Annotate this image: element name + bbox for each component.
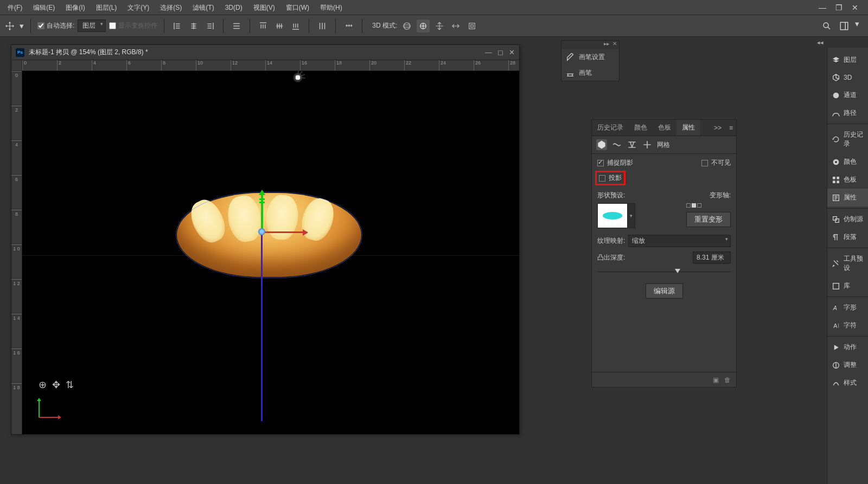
move-tool-icon[interactable] <box>3 20 16 33</box>
strip-character[interactable]: A字符 <box>827 317 868 334</box>
tab-swatches[interactable]: 色板 <box>653 120 676 135</box>
strip-3d[interactable]: 3D <box>827 69 868 86</box>
coordinates-icon[interactable] <box>642 139 653 150</box>
tab-history[interactable]: 历史记录 <box>592 120 629 135</box>
bread-3d-object[interactable] <box>177 193 361 277</box>
menu-help[interactable]: 帮助(H) <box>315 0 348 15</box>
capture-shadow-checkbox[interactable]: 捕捉阴影 <box>597 158 633 167</box>
ruler-vertical[interactable]: 0 2 4 6 8 1 0 1 2 1 4 1 6 1 8 <box>11 71 22 434</box>
strip-layers[interactable]: 图层 <box>827 51 868 69</box>
3d-rotate-icon[interactable] <box>417 20 430 33</box>
brush-item[interactable]: 画笔 <box>561 65 619 81</box>
auto-select-checkbox[interactable]: 自动选择: <box>37 21 74 30</box>
axis-toggle[interactable] <box>686 203 691 208</box>
axis-toggle[interactable] <box>697 203 701 208</box>
menu-edit[interactable]: 编辑(E) <box>28 0 60 15</box>
strip-glyphs[interactable]: A字形 <box>827 299 868 317</box>
cast-shadow-checkbox[interactable]: 投影 <box>599 173 622 183</box>
axis-toggle[interactable] <box>692 203 696 208</box>
more-align-icon[interactable]: ••• <box>342 20 355 33</box>
texture-mapping-select[interactable]: 缩放 <box>628 235 731 247</box>
menu-layer[interactable]: 图层(L) <box>91 0 123 15</box>
canvas[interactable]: ⊕ ✥ ⇅ <box>22 71 519 434</box>
align-top-icon[interactable] <box>257 20 270 33</box>
slider-thumb[interactable] <box>675 269 680 273</box>
distribute-icon[interactable] <box>230 20 243 33</box>
tab-properties[interactable]: 属性 <box>676 120 700 135</box>
menu-view[interactable]: 视图(V) <box>248 0 280 15</box>
trash-icon[interactable]: 🗑 <box>724 376 731 384</box>
menu-file[interactable]: 件(F) <box>2 0 28 15</box>
3d-orbit-icon[interactable] <box>400 20 413 33</box>
doc-minimize-button[interactable]: — <box>485 48 492 56</box>
deform-icon[interactable] <box>611 139 622 150</box>
minimize-button[interactable]: — <box>816 3 829 12</box>
strip-history[interactable]: 历史记录 <box>827 126 868 153</box>
zoom-icon[interactable]: ⇅ <box>66 379 74 391</box>
extrude-depth-slider[interactable] <box>597 268 731 276</box>
strip-tool-presets[interactable]: 工具预设 <box>827 250 868 277</box>
doc-maximize-button[interactable]: ◻ <box>497 48 503 56</box>
shape-preset-dropdown-icon[interactable]: ▾ <box>628 203 635 228</box>
strip-adjustments[interactable]: 调整 <box>827 356 868 374</box>
reset-deform-button[interactable]: 重置变形 <box>686 212 731 227</box>
extrude-depth-field[interactable]: 8.31 厘米 <box>693 251 731 264</box>
panel-menu-icon[interactable]: ≡ <box>726 124 736 132</box>
ruler-horizontal[interactable]: 0 2 4 6 8 10 12 14 16 18 20 22 24 26 28 <box>22 60 519 71</box>
panel-collapse-icon[interactable]: ◂◂ <box>817 39 824 46</box>
workspace-icon[interactable] <box>838 20 851 33</box>
menu-image[interactable]: 图像(I) <box>60 0 90 15</box>
strip-swatches[interactable]: 色板 <box>827 171 868 189</box>
auto-select-target-dropdown[interactable]: 图层 <box>78 20 106 32</box>
globe-icon[interactable]: ⊕ <box>39 379 47 391</box>
mesh-icon[interactable] <box>596 139 607 150</box>
strip-clone[interactable]: 仿制源 <box>827 210 868 228</box>
menu-filter[interactable]: 滤镜(T) <box>187 0 219 15</box>
gizmo-y-axis[interactable] <box>261 191 263 231</box>
gizmo-z-axis[interactable] <box>261 231 263 421</box>
distribute-v-icon[interactable] <box>316 20 329 33</box>
strip-properties[interactable]: 属性 <box>827 189 868 206</box>
gizmo-x-axis[interactable] <box>261 231 307 233</box>
svg-text:A: A <box>833 322 838 329</box>
workspace-dropdown-icon[interactable]: ▾ <box>855 20 859 33</box>
3d-slide-icon[interactable] <box>449 20 462 33</box>
strip-styles[interactable]: 样式 <box>827 374 868 392</box>
strip-paragraph[interactable]: 段落 <box>827 228 868 246</box>
search-icon[interactable] <box>820 20 833 33</box>
menu-type[interactable]: 文字(Y) <box>122 0 155 15</box>
invisible-checkbox[interactable]: 不可见 <box>701 158 731 167</box>
brush-settings-item[interactable]: 画笔设置 <box>561 49 619 65</box>
3d-scale-icon[interactable] <box>465 20 478 33</box>
doc-close-button[interactable]: ✕ <box>509 48 515 56</box>
pan-icon[interactable]: ✥ <box>52 379 60 391</box>
panel-close-icon[interactable]: ✕ <box>612 41 617 49</box>
tab-color[interactable]: 颜色 <box>629 120 653 135</box>
show-transform-checkbox[interactable]: 显示变换控件 <box>109 21 157 30</box>
strip-paths[interactable]: 路径 <box>827 104 868 122</box>
align-right-icon[interactable] <box>203 20 216 33</box>
app-close-button[interactable]: ✕ <box>848 3 861 12</box>
shape-preset-picker[interactable]: ▾ <box>597 203 635 228</box>
align-hcenter-icon[interactable] <box>187 20 200 33</box>
menu-window[interactable]: 窗口(W) <box>280 0 315 15</box>
align-left-icon[interactable] <box>171 20 184 33</box>
3d-pan-icon[interactable] <box>433 20 446 33</box>
menu-3d[interactable]: 3D(D) <box>220 0 248 15</box>
strip-color[interactable]: 颜色 <box>827 153 868 171</box>
align-vcenter-icon[interactable] <box>273 20 286 33</box>
strip-channels[interactable]: 通道 <box>827 86 868 104</box>
restore-button[interactable]: ❐ <box>832 3 845 12</box>
gizmo-origin[interactable] <box>258 228 265 235</box>
menu-select[interactable]: 选择(S) <box>155 0 187 15</box>
strip-libraries[interactable]: 库 <box>827 277 868 295</box>
light-widget-icon[interactable] <box>292 72 303 83</box>
edit-source-button[interactable]: 编辑源 <box>646 283 683 299</box>
cap-icon[interactable] <box>627 139 637 150</box>
strip-actions[interactable]: 动作 <box>827 338 868 356</box>
align-bottom-icon[interactable] <box>289 20 302 33</box>
tool-dropdown-icon[interactable]: ▾ <box>20 22 24 30</box>
panel-collapse-icon[interactable]: ▸▸ <box>604 41 609 49</box>
tabs-overflow-icon[interactable]: >> <box>710 124 726 132</box>
render-icon[interactable]: ▣ <box>713 376 719 384</box>
